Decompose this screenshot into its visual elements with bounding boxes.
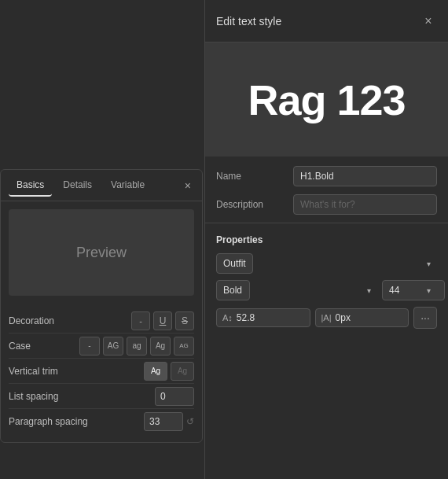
metrics-row: A↕ 52.8 |A| 0px ··· xyxy=(216,307,437,329)
letter-spacing-value: 52.8 xyxy=(237,312,255,323)
case-title-label: Ag xyxy=(156,341,165,350)
case-lower-button[interactable]: ag xyxy=(127,337,147,356)
case-lower-label: ag xyxy=(132,341,141,350)
prop-section: Decoration - U S Case - AG xyxy=(1,304,202,442)
tracking-value: 0px xyxy=(336,312,351,323)
paragraph-spacing-label: Paragraph spacing xyxy=(9,416,88,427)
letter-spacing-icon: A↕ xyxy=(222,313,233,322)
case-row: Case - AG ag Ag AG xyxy=(9,333,194,359)
case-title-button[interactable]: Ag xyxy=(150,337,171,356)
left-preview-text: Preview xyxy=(76,245,127,261)
list-spacing-row: List spacing xyxy=(9,384,194,409)
name-label: Name xyxy=(216,171,287,182)
letter-spacing-box: A↕ 52.8 xyxy=(216,308,310,327)
list-spacing-label: List spacing xyxy=(9,391,58,402)
tracking-icon: |A| xyxy=(321,313,332,322)
case-upper-button[interactable]: AG xyxy=(103,337,123,356)
list-spacing-input[interactable] xyxy=(155,387,194,406)
case-small-label: AG xyxy=(179,342,189,349)
description-row: Description xyxy=(216,194,437,215)
modal-close-button[interactable]: × xyxy=(420,13,437,30)
case-label: Case xyxy=(9,341,31,352)
decoration-underline-label: U xyxy=(160,315,167,326)
font-size-select-wrap: 44 xyxy=(382,280,437,300)
name-row: Name xyxy=(216,166,437,186)
decoration-strikethrough-label: S xyxy=(182,315,188,326)
properties-label: Properties xyxy=(216,234,437,245)
case-small-button[interactable]: AG xyxy=(174,337,194,356)
description-input[interactable] xyxy=(293,194,437,215)
paragraph-spacing-row: Paragraph spacing ↺ xyxy=(9,409,194,434)
case-none-button[interactable]: - xyxy=(79,337,100,356)
decoration-row: Decoration - U S xyxy=(9,308,194,333)
decoration-underline-button[interactable]: U xyxy=(153,311,172,330)
font-weight-size-row: Bold 44 xyxy=(216,280,437,300)
font-family-select[interactable]: Outfit xyxy=(216,253,253,274)
basics-panel: Basics Details Variable × Preview Decora… xyxy=(0,169,203,443)
modal-title: Edit text style xyxy=(216,15,281,28)
decoration-strikethrough-button[interactable]: S xyxy=(175,311,194,330)
description-label: Description xyxy=(216,199,287,210)
font-family-select-wrap: Outfit xyxy=(216,253,437,274)
paragraph-spacing-controls: ↺ xyxy=(144,412,194,431)
name-input[interactable] xyxy=(293,166,437,186)
decoration-none-button[interactable]: - xyxy=(131,311,150,330)
tab-variable[interactable]: Variable xyxy=(103,175,152,197)
modal-header: Edit text style × xyxy=(205,0,448,42)
vertical-trim-controls: Ag Ag xyxy=(144,362,194,381)
decoration-label: Decoration xyxy=(9,315,54,326)
preview-text: Rag 123 xyxy=(248,76,405,124)
vtrim-base-button[interactable]: Ag xyxy=(171,362,194,381)
tabs-bar: Basics Details Variable × xyxy=(1,170,202,201)
font-preview-area: Rag 123 xyxy=(205,42,448,157)
font-family-row: Outfit xyxy=(216,253,437,274)
decoration-controls: - U S xyxy=(131,311,194,330)
vertical-trim-label: Vertical trim xyxy=(9,366,58,377)
case-controls: - AG ag Ag AG xyxy=(79,337,194,356)
left-preview-box: Preview xyxy=(9,209,194,296)
case-upper-label: AG xyxy=(108,341,119,350)
font-weight-select-wrap: Bold xyxy=(216,280,377,300)
decoration-none-label: - xyxy=(139,316,142,326)
vtrim-base-label: Ag xyxy=(178,367,187,375)
font-weight-select[interactable]: Bold xyxy=(216,280,250,300)
case-none-label: - xyxy=(88,341,90,350)
edit-text-style-modal: Edit text style × Rag 123 Name Descripti… xyxy=(204,0,448,479)
vertical-trim-row: Vertical trim Ag Ag xyxy=(9,359,194,384)
paragraph-spacing-input[interactable] xyxy=(144,412,183,431)
tracking-box: |A| 0px xyxy=(315,308,409,327)
vtrim-cap-button[interactable]: Ag xyxy=(144,362,167,381)
tab-basics[interactable]: Basics xyxy=(9,175,52,197)
form-area: Name Description Properties Outfit Bold xyxy=(205,157,448,479)
vtrim-cap-label: Ag xyxy=(151,367,160,375)
tab-details[interactable]: Details xyxy=(55,175,100,197)
more-options-button[interactable]: ··· xyxy=(413,307,437,329)
list-spacing-controls xyxy=(155,387,194,406)
paragraph-spacing-reset-icon[interactable]: ↺ xyxy=(186,416,194,427)
font-size-select[interactable]: 44 xyxy=(382,280,445,300)
panel-close-button[interactable]: × xyxy=(182,178,194,193)
